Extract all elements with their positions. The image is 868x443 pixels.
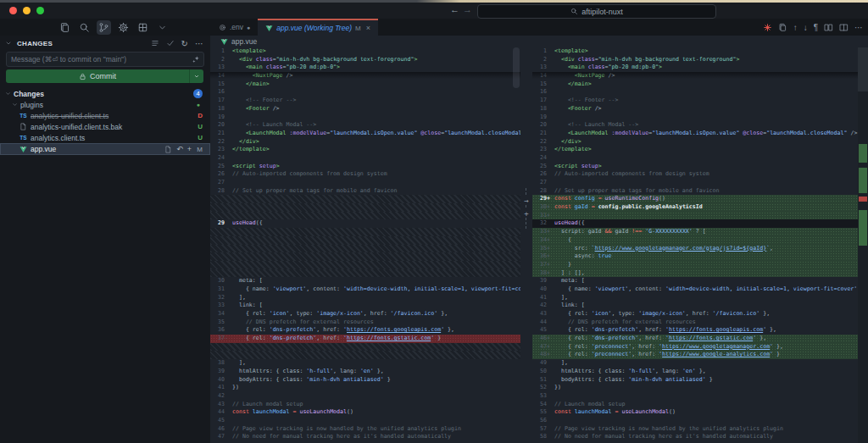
file-row-analytics.client.ts[interactable]: TSanalytics.client.tsU — [0, 132, 210, 143]
nav-back-icon[interactable]: ← — [450, 4, 459, 14]
code-line-30[interactable]: 30+const gaId = config.public.googleAnal… — [532, 203, 858, 212]
code-line-45[interactable]: 45 — [210, 417, 520, 425]
code-line-21[interactable]: 21 <LaunchModal :modelValue="launchModal… — [210, 130, 520, 138]
discard-changes-icon[interactable]: ↶ — [176, 145, 183, 153]
code-line-41[interactable]: 41 }) — [210, 384, 520, 392]
code-line-52[interactable]: 52 }) — [532, 384, 858, 392]
code-line-25[interactable]: 25 <script setup> — [532, 163, 858, 171]
code-line-15[interactable]: 15 </main> — [532, 80, 858, 89]
close-tab-icon[interactable]: × — [366, 24, 370, 32]
code-line-14[interactable]: 14 <NuxtPage /> — [210, 72, 520, 80]
code-line-44[interactable]: 44 const launchModal = useLaunchModal() — [210, 408, 520, 417]
file-row-analytics-unified.client.ts[interactable]: TSanalytics-unified.client.tsD — [0, 110, 210, 121]
code-line-43[interactable]: 43 { rel: 'icon', type: 'image/x-icon', … — [532, 310, 858, 318]
code-line-18[interactable]: 18 <Footer /> — [210, 105, 520, 114]
inline-view-icon[interactable] — [824, 23, 833, 32]
open-file-icon[interactable] — [164, 146, 172, 153]
code-line-19[interactable]: 19 — [532, 114, 858, 122]
commit-message-input[interactable] — [7, 55, 192, 64]
collapse-chevron-icon[interactable] — [5, 40, 12, 47]
code-line-28[interactable]: 28 // Set up proper meta tags for mobile… — [532, 187, 858, 196]
more-actions-icon[interactable]: ⋯ — [854, 23, 863, 32]
code-line-2[interactable]: 2 <div class="min-h-dvh bg-background te… — [210, 56, 520, 64]
tree-root-changes[interactable]: Changes 4 — [0, 88, 210, 99]
stage-changes-icon[interactable]: + — [187, 145, 192, 153]
code-line-2[interactable]: 2 <div class="min-h-dvh bg-background te… — [532, 56, 858, 64]
code-line-33[interactable]: 33+ script: gaId && gaId !== 'G-XXXXXXXX… — [532, 228, 858, 236]
settings-gear-icon[interactable] — [116, 20, 131, 35]
code-line-42[interactable]: 42 link: [ — [532, 302, 858, 310]
code-line-30[interactable]: 30 meta: [ — [210, 277, 520, 285]
code-line-46[interactable]: 46 // Page view tracking is now handled … — [210, 425, 520, 434]
commit-dropdown-button[interactable] — [189, 69, 203, 83]
code-line-29[interactable]: 29+const config = useRuntimeConfig() — [532, 195, 858, 203]
explorer-icon[interactable] — [58, 20, 72, 35]
view-as-list-icon[interactable] — [151, 39, 159, 47]
code-line-20[interactable]: 20 <!-- Launch Modal --> — [210, 121, 520, 130]
search-view-icon[interactable] — [77, 20, 92, 35]
code-line-31[interactable]: 31 { name: 'viewport', content: 'width=d… — [210, 285, 520, 294]
runtime-error-icon[interactable] — [763, 23, 772, 32]
refresh-icon[interactable]: ↻ — [181, 39, 188, 48]
code-line-36[interactable]: 36 { rel: 'dns-prefetch', href: 'https:/… — [210, 326, 520, 335]
code-line-38[interactable]: 38+ ] : [], — [532, 269, 858, 278]
code-line-22[interactable]: 22 </div> — [532, 138, 858, 147]
stage-block-icon[interactable]: + — [521, 209, 531, 218]
code-line-49[interactable]: 49 ], — [532, 359, 858, 368]
code-line-16[interactable]: 16 — [532, 88, 858, 97]
code-line-26[interactable]: 26 // Auto-imported components from desi… — [532, 170, 858, 179]
code-line-24[interactable]: 24 — [210, 154, 520, 163]
code-line-48[interactable]: 48+ { rel: 'preconnect', href: 'https://… — [532, 351, 858, 359]
right-scrollbar-thumb[interactable] — [858, 47, 868, 91]
code-line-1[interactable]: 1 <template> — [210, 47, 520, 56]
code-line-19[interactable]: 19 — [210, 114, 520, 122]
code-line-18[interactable]: 18 <Footer /> — [532, 105, 858, 114]
code-line-50[interactable]: 50 htmlAttrs: { class: 'h-full', lang: '… — [532, 368, 858, 376]
code-line-32[interactable]: 32 ], — [210, 294, 520, 302]
file-row-analytics-unified.client.ts.bak[interactable]: analytics-unified.client.ts.bakU — [0, 121, 210, 132]
breadcrumb[interactable]: app.vue — [220, 36, 257, 47]
code-line-40[interactable]: 40 bodyAttrs: { class: 'min-h-dvh antial… — [210, 376, 520, 385]
code-line-25[interactable]: 25 <script setup> — [210, 163, 520, 171]
code-line-33[interactable]: 33 link: [ — [210, 302, 520, 310]
code-line-31[interactable]: 31+ — [532, 212, 858, 220]
split-editor-icon[interactable] — [839, 23, 849, 32]
code-line-17[interactable]: 17 <!-- Footer --> — [532, 97, 858, 105]
code-line-43[interactable]: 43 // Launch modal setup — [210, 401, 520, 409]
code-line-35[interactable]: 35+ src: `https://www.googletagmanager.c… — [532, 245, 858, 253]
code-line-37[interactable]: 37+ } — [532, 261, 858, 269]
copilot-sparkle-icon[interactable] — [192, 55, 200, 64]
code-line-45[interactable]: 45 { rel: 'dns-prefetch', href: 'https:/… — [532, 326, 858, 335]
code-line-53[interactable]: 53 — [532, 392, 858, 401]
code-line-42[interactable]: 42 — [210, 392, 520, 401]
next-change-icon[interactable]: ↓ — [804, 23, 808, 32]
code-line-34[interactable]: 34 { rel: 'icon', type: 'image/x-icon', … — [210, 310, 520, 318]
open-file-icon[interactable] — [778, 23, 787, 32]
code-line-44[interactable]: 44 // DNS prefetch for external resource… — [532, 318, 858, 327]
code-line-39[interactable]: 39 meta: [ — [532, 277, 858, 285]
overview-ruler[interactable] — [858, 47, 868, 443]
left-scrollbar-thumb[interactable] — [513, 47, 520, 88]
code-line-22[interactable]: 22 </div> — [210, 138, 520, 147]
code-line-36[interactable]: 36+ async: true — [532, 252, 858, 261]
code-line-23[interactable]: 23 </template> — [532, 146, 858, 154]
code-line-46[interactable]: 46+ { rel: 'dns-prefetch', href: 'https:… — [532, 335, 858, 343]
code-line-14[interactable]: 14 <NuxtPage /> — [532, 72, 858, 80]
code-line-28[interactable]: 28 // Set up proper meta tags for mobile… — [210, 187, 520, 196]
code-line-55[interactable]: 55 const launchModal = useLaunchModal() — [532, 408, 858, 417]
code-line-17[interactable]: 17 <!-- Footer --> — [210, 97, 520, 105]
code-line-40[interactable]: 40 { name: 'viewport', content: 'width=d… — [532, 285, 858, 294]
tab-app-vue-working-tree[interactable]: app.vue (Working Tree) M × — [258, 19, 378, 36]
revert-block-icon[interactable]: → — [521, 197, 531, 205]
code-line-26[interactable]: 26 // Auto-imported components from desi… — [210, 170, 520, 179]
code-line-51[interactable]: 51 bodyAttrs: { class: 'min-h-dvh antial… — [532, 376, 858, 385]
nav-forward-icon[interactable]: → — [463, 4, 472, 14]
code-line-35[interactable]: 35 // DNS prefetch for external resource… — [210, 318, 520, 327]
code-line-34[interactable]: 34+ { — [532, 236, 858, 245]
code-line-20[interactable]: 20 <!-- Launch Modal --> — [532, 121, 858, 130]
tab-env[interactable]: .env ● — [211, 19, 258, 36]
extensions-icon[interactable] — [136, 20, 150, 35]
code-line-23[interactable]: 23 </template> — [210, 146, 520, 154]
scm-more-icon[interactable]: ⋯ — [195, 39, 203, 48]
commit-check-icon[interactable] — [166, 39, 175, 47]
